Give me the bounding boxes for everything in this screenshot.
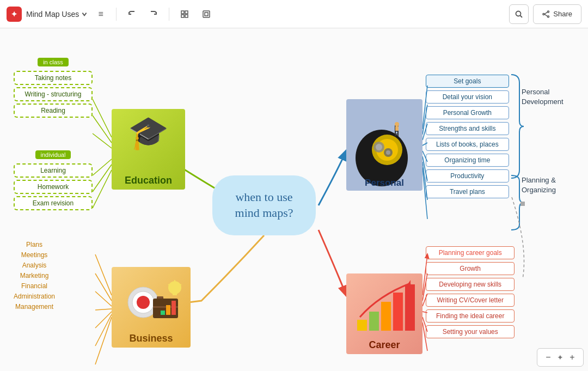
education-label: Education xyxy=(112,175,185,186)
search-button[interactable] xyxy=(509,4,529,24)
personal-node[interactable]: Personal xyxy=(346,99,422,191)
frame-button[interactable] xyxy=(198,5,215,23)
biz-item-1: Analysis xyxy=(14,261,55,269)
svg-rect-1 xyxy=(185,11,188,14)
svg-rect-48 xyxy=(161,311,165,315)
business-plans-header: Plans xyxy=(14,241,55,248)
biz-item-4: Administration xyxy=(14,293,55,300)
zoom-controls: − ✦ + xyxy=(537,348,584,367)
zoom-in-button[interactable]: + xyxy=(566,351,579,364)
document-title[interactable]: Mind Map Uses xyxy=(26,10,88,19)
personal-item-6: Productivity xyxy=(426,169,509,183)
toolbar-divider2 xyxy=(169,8,169,21)
svg-line-31 xyxy=(93,165,112,192)
career-sub-group: Planning career goals Growth Developing … xyxy=(426,244,514,341)
biz-item-5: Management xyxy=(14,303,55,311)
edu-item-writing: Writing - structuring xyxy=(14,87,93,101)
share-button[interactable]: Share xyxy=(533,4,581,24)
svg-line-37 xyxy=(95,312,112,328)
svg-rect-72 xyxy=(381,302,391,331)
edu-item-reading: Reading xyxy=(14,104,93,118)
svg-line-28 xyxy=(93,115,112,143)
layout-button[interactable] xyxy=(176,5,193,23)
undo-button[interactable] xyxy=(123,5,140,23)
topbar-right: Share xyxy=(509,4,581,24)
svg-rect-4 xyxy=(203,11,210,17)
personal-item-0: Set goals xyxy=(426,75,509,88)
svg-rect-52 xyxy=(173,293,177,295)
personal-item-2: Personal Growth xyxy=(426,106,509,119)
business-sub-group: Plans Meetings Analysis Marketing Financ… xyxy=(14,241,55,313)
svg-rect-5 xyxy=(205,13,208,16)
edu-item-taking-notes: Taking notes xyxy=(14,71,93,85)
center-node-text: when to use mind maps? xyxy=(235,190,293,221)
svg-rect-71 xyxy=(369,312,379,331)
svg-line-38 xyxy=(95,314,112,346)
biz-item-2: Marketing xyxy=(14,272,55,279)
education-node[interactable]: 🎓 Education xyxy=(112,109,185,190)
personal-item-4: Lists of books, places xyxy=(426,138,509,151)
business-node[interactable]: Business xyxy=(112,267,191,348)
center-node[interactable]: when to use mind maps? xyxy=(212,175,316,235)
svg-line-7 xyxy=(520,15,523,17)
svg-rect-73 xyxy=(393,293,403,331)
svg-line-34 xyxy=(95,273,112,301)
svg-point-10 xyxy=(543,13,544,15)
svg-rect-70 xyxy=(357,320,367,331)
zoom-out-button[interactable]: − xyxy=(542,351,555,364)
in-class-badge: in class xyxy=(38,58,69,66)
app-logo: ✦ xyxy=(7,7,22,22)
svg-rect-74 xyxy=(405,284,415,331)
topbar: ✦ Mind Map Uses ≡ Share xyxy=(0,0,588,28)
svg-rect-49 xyxy=(166,305,170,315)
svg-rect-46 xyxy=(157,296,163,299)
career-item-0: Planning career goals xyxy=(426,246,514,259)
individual-badge: individual xyxy=(35,150,71,159)
personal-item-5: Organizing time xyxy=(426,154,509,167)
svg-point-6 xyxy=(516,11,521,16)
career-item-4: Finding the ideal career xyxy=(426,309,514,323)
career-item-3: Writing CV/Cover letter xyxy=(426,294,514,307)
dashed-dot xyxy=(520,202,525,206)
svg-point-68 xyxy=(395,122,399,126)
svg-line-27 xyxy=(93,99,112,137)
svg-line-12 xyxy=(544,14,548,16)
personal-label: Personal xyxy=(346,178,422,188)
svg-line-36 xyxy=(95,309,112,310)
career-illustration xyxy=(352,279,417,338)
edu-item-homework: Homework xyxy=(14,180,93,194)
svg-line-30 xyxy=(93,159,112,175)
svg-point-9 xyxy=(548,16,549,17)
biz-item-0: Meetings xyxy=(14,251,55,259)
career-item-1: Growth xyxy=(426,262,514,275)
svg-rect-2 xyxy=(181,15,184,17)
svg-line-11 xyxy=(544,12,548,14)
personal-item-3: Strengths and skills xyxy=(426,122,509,135)
svg-point-62 xyxy=(386,150,390,155)
hamburger-menu[interactable]: ≡ xyxy=(92,5,109,23)
svg-rect-50 xyxy=(171,301,176,315)
toolbar-divider xyxy=(116,8,117,21)
career-label: Career xyxy=(346,339,422,351)
personal-development-label: Personal Development xyxy=(522,87,564,107)
zoom-fit-icon[interactable]: ✦ xyxy=(557,353,564,362)
edu-item-learning: Learning xyxy=(14,163,93,178)
career-item-5: Setting your values xyxy=(426,325,514,338)
svg-point-8 xyxy=(548,11,549,13)
mind-map-canvas[interactable]: when to use mind maps? 🎓 Education xyxy=(0,28,588,371)
business-illustration xyxy=(121,272,181,334)
svg-point-60 xyxy=(376,144,382,150)
career-node[interactable]: Career xyxy=(346,273,422,354)
personal-sub-group: Set goals Detail your vision Personal Gr… xyxy=(426,72,509,201)
svg-point-43 xyxy=(140,300,146,305)
business-label: Business xyxy=(112,333,191,344)
career-item-2: Developing new skills xyxy=(426,278,514,291)
svg-line-32 xyxy=(93,170,112,208)
redo-button[interactable] xyxy=(145,5,162,23)
svg-line-29 xyxy=(93,133,112,148)
planning-label: Planning & Organizing xyxy=(522,175,556,195)
svg-line-33 xyxy=(95,254,112,295)
education-illustration: 🎓 xyxy=(128,113,169,152)
biz-item-3: Financial xyxy=(14,282,55,290)
education-individual-group: individual Learning Homework Exam revisi… xyxy=(14,149,93,212)
